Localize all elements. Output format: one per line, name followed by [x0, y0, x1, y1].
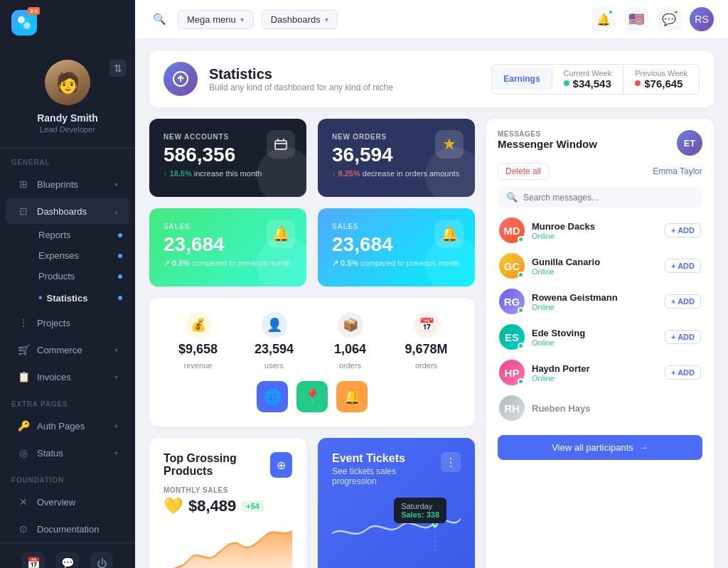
sidebar-item-expenses[interactable]: Expenses	[31, 245, 129, 266]
bottom-section: Top Grossing Products ⊕ MONTHLY SALES 💛 …	[149, 438, 475, 568]
projects-icon: ⋮	[17, 316, 30, 329]
search-button[interactable]: 🔍	[149, 9, 169, 29]
previous-week-stat: Previous Week $76,645	[623, 65, 699, 94]
contact-info: Rueben Hays	[532, 403, 701, 414]
orders-label: orders	[339, 361, 361, 370]
status-icon: ◎	[17, 446, 30, 459]
messenger-section-label: MESSAGES	[498, 130, 597, 138]
chevron-down-icon: ▾	[114, 181, 118, 188]
monthly-sales-value: 💛 $8,489 +54	[164, 497, 292, 515]
contact-item: HP Haydn Porter Online + ADD	[498, 357, 702, 388]
invoices-icon: 📋	[17, 370, 30, 383]
delete-all-button[interactable]: Delete all	[498, 163, 549, 180]
metric-card-sales-green: SALES 23,684 ↗ 0.5% compared to previous…	[149, 208, 306, 286]
calendar-icon-btn[interactable]: 📅	[22, 552, 45, 568]
chat-icon-btn[interactable]: 💬	[56, 552, 79, 568]
dashboards-dropdown[interactable]: Dashboards ▾	[262, 10, 338, 29]
notification-button[interactable]: 🔔	[336, 381, 368, 412]
messenger-actions: Delete all Emma Taylor	[498, 163, 702, 180]
sidebar-item-label: Invoices	[37, 372, 114, 382]
previous-week-amount: $76,645	[635, 77, 682, 90]
revenue-value: $9,658	[178, 342, 218, 357]
svg-point-2	[19, 23, 24, 28]
language-selector[interactable]: 🇺🇸	[624, 7, 648, 31]
sidebar-item-blueprints[interactable]: ⊞ Blueprints ▾	[6, 171, 129, 197]
search-input[interactable]	[523, 193, 694, 203]
sidebar-item-statistics[interactable]: Statistics	[31, 286, 129, 309]
add-contact-button[interactable]: + ADD	[665, 365, 701, 380]
notifications-button[interactable]: 🔔	[592, 7, 616, 31]
sidebar-item-products[interactable]: Products	[31, 266, 129, 286]
contact-name: Haydn Porter	[532, 363, 658, 374]
orders-icon: 📦	[338, 312, 363, 338]
sidebar-item-documentation[interactable]: ⊙ Documentation	[6, 516, 129, 542]
dashboards-submenu: Reports Expenses Products Statistics	[31, 225, 129, 309]
events-more-button[interactable]: ⋮	[441, 452, 461, 472]
sidebar-item-reports[interactable]: Reports	[31, 225, 129, 245]
stat-revenue: 💰 $9,658 revenue	[164, 312, 232, 370]
orders-value: 1,064	[334, 342, 366, 357]
chevron-up-icon: ▴	[114, 208, 118, 215]
products-card-icon[interactable]: ⊕	[270, 452, 292, 478]
svg-point-1	[25, 18, 30, 23]
global-button[interactable]: 🌐	[257, 381, 288, 412]
messenger-user-name: Emma Taylor	[653, 166, 702, 176]
sidebar-item-label: Commerce	[37, 345, 114, 355]
contact-item: ES Ede Stoving Online + ADD	[498, 321, 702, 353]
event-tickets-card: Event Tickets See tickets sales progress…	[318, 438, 475, 568]
mega-menu-dropdown[interactable]: Mega menu ▾	[178, 10, 253, 29]
messenger-search[interactable]: 🔍	[498, 187, 702, 208]
section-label-foundation: FOUNDATION	[0, 466, 135, 488]
profile-settings-btn[interactable]: ⇅	[109, 60, 127, 77]
sidebar-item-invoices[interactable]: 📋 Invoices ▾	[6, 364, 129, 390]
contact-info: Ede Stoving Online	[532, 328, 658, 347]
users-value: 23,594	[255, 342, 294, 357]
svg-point-0	[18, 16, 25, 23]
sidebar-footer: 📅 💬 ⏻	[0, 542, 135, 568]
arrow-right-icon: →	[639, 442, 648, 453]
contact-avatar: HP	[499, 360, 525, 385]
statistics-dot	[118, 296, 122, 300]
add-contact-button[interactable]: + ADD	[665, 259, 701, 273]
revenue-icon: 💰	[186, 312, 211, 338]
location-button[interactable]: 📍	[296, 381, 328, 412]
dashboards-icon: ⊡	[17, 205, 30, 218]
user-avatar-button[interactable]: RS	[690, 7, 714, 31]
view-all-participants-button[interactable]: View all participants →	[498, 435, 702, 460]
chevron-down-icon: ▾	[325, 16, 328, 23]
green-dot	[564, 80, 569, 86]
events-header: Event Tickets See tickets sales progress…	[332, 452, 461, 486]
power-icon-btn[interactable]: ⏻	[90, 552, 113, 568]
sidebar-item-commerce[interactable]: 🛒 Commerce ▾	[6, 337, 129, 363]
sidebar: 3.0 ⇅ 🧑 Randy Smith Lead Developer GENER…	[0, 0, 135, 568]
events-header-text: Event Tickets See tickets sales progress…	[332, 452, 441, 486]
online-indicator	[518, 378, 524, 385]
svg-point-3	[23, 22, 31, 29]
contact-avatar: GC	[499, 253, 525, 279]
add-contact-button[interactable]: + ADD	[665, 294, 701, 309]
add-contact-button[interactable]: + ADD	[665, 330, 701, 344]
tab-earnings[interactable]: Earnings	[492, 68, 552, 90]
metric-card-sales-blue: SALES 23,684 ↗ 0.5% compared to previous…	[318, 208, 475, 286]
sidebar-item-auth-pages[interactable]: 🔑 Auth Pages ▾	[6, 413, 129, 439]
messages-button[interactable]: 💬	[657, 7, 681, 31]
summary-stats: 💰 $9,658 revenue 👤 23,594 users 📦 1,064	[164, 312, 461, 370]
contact-avatar: RH	[499, 395, 525, 421]
expenses-dot	[118, 254, 122, 258]
messenger-user-avatar[interactable]: ET	[677, 130, 702, 156]
app-logo: 3.0	[11, 10, 37, 36]
sidebar-item-label: Auth Pages	[37, 421, 114, 432]
sidebar-item-dashboards[interactable]: ⊡ Dashboards ▴	[6, 198, 129, 224]
sidebar-item-projects[interactable]: ⋮ Projects	[6, 310, 129, 336]
sidebar-item-label: Status	[37, 448, 114, 459]
sidebar-item-label: Blueprints	[37, 179, 114, 190]
summary-stats-card: 💰 $9,658 revenue 👤 23,594 users 📦 1,064	[149, 298, 475, 427]
section-label-general: GENERAL	[0, 149, 135, 171]
sidebar-item-status[interactable]: ◎ Status ▾	[6, 440, 129, 466]
add-contact-button[interactable]: + ADD	[665, 223, 701, 237]
statistics-icon	[164, 62, 198, 96]
statistics-label: Statistics	[47, 293, 118, 304]
contact-name: Munroe Dacks	[532, 221, 658, 232]
commerce-icon: 🛒	[17, 343, 30, 356]
sidebar-item-overview[interactable]: ✕ Overview	[6, 489, 129, 515]
